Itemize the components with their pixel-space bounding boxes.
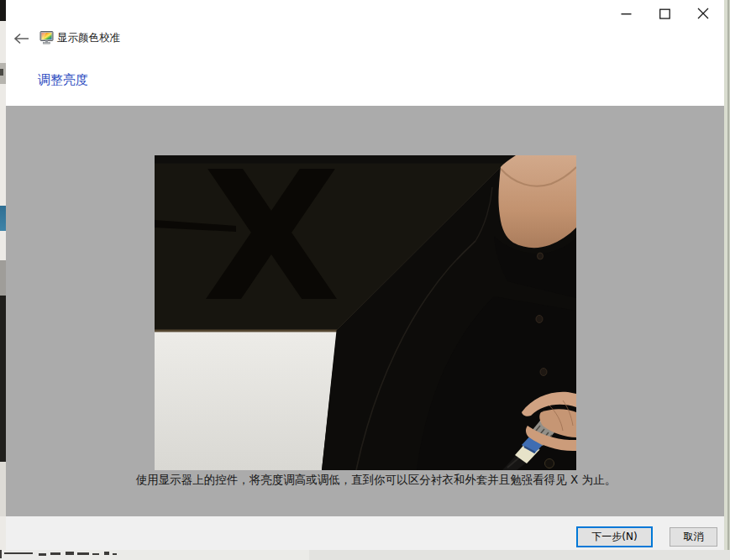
desktop-artifact-left (0, 0, 6, 550)
desktop-artifact-bottom (0, 550, 730, 560)
white-screen-panel (155, 332, 337, 470)
back-arrow-icon (13, 33, 29, 44)
desktop-artifact-text (77, 552, 89, 555)
jacket-button (545, 459, 554, 468)
maximize-button[interactable] (654, 4, 675, 23)
desktop-artifact-right (724, 0, 730, 550)
close-icon (697, 8, 709, 19)
minimize-button[interactable] (616, 4, 636, 23)
cancel-button-label: 取消 (684, 530, 704, 544)
desktop-artifact-text (66, 552, 74, 555)
desktop-artifact-segment (0, 260, 6, 296)
shirt-button (536, 316, 543, 323)
panel-edge (155, 330, 337, 332)
footer-bar: 下一步(N) 取消 (6, 516, 724, 550)
next-button-label: 下一步(N) (591, 530, 637, 544)
display-calibration-app-icon (39, 30, 54, 44)
desktop-artifact-segment (0, 69, 3, 76)
neck (498, 155, 576, 248)
back-button[interactable] (10, 29, 32, 49)
maximize-icon (659, 8, 670, 19)
shirt-button (540, 369, 547, 376)
page-heading: 调整亮度 (38, 72, 88, 88)
display-color-calibration-window: 显示颜色校准 调整亮度 X (6, 0, 724, 550)
desktop-artifact-text (39, 553, 46, 556)
close-button[interactable] (693, 4, 713, 23)
desktop-artifact-text (4, 552, 33, 554)
brightness-sample-photo: X (155, 155, 576, 470)
desktop-artifact-text (104, 552, 109, 555)
desktop-artifact-text (0, 550, 2, 558)
instruction-text: 使用显示器上的控件，将亮度调高或调低，直到你可以区分衬衣和外套并且勉强看得见 X… (17, 473, 730, 488)
collar-button (538, 253, 544, 259)
desktop-artifact-segment (0, 462, 6, 516)
content-area: X (6, 106, 724, 516)
app-title: 显示颜色校准 (57, 31, 120, 45)
desktop-artifact-text (92, 553, 99, 555)
desktop-artifact-shade (309, 550, 730, 560)
cancel-button[interactable]: 取消 (670, 527, 717, 547)
desktop-artifact-text (50, 552, 60, 555)
next-button[interactable]: 下一步(N) (576, 526, 653, 547)
desktop-artifact-segment (0, 206, 6, 231)
x-target-mark: X (202, 155, 340, 341)
desktop-artifact-segment (0, 296, 6, 462)
desktop-artifact-text (113, 553, 117, 555)
minimize-icon (621, 8, 632, 19)
